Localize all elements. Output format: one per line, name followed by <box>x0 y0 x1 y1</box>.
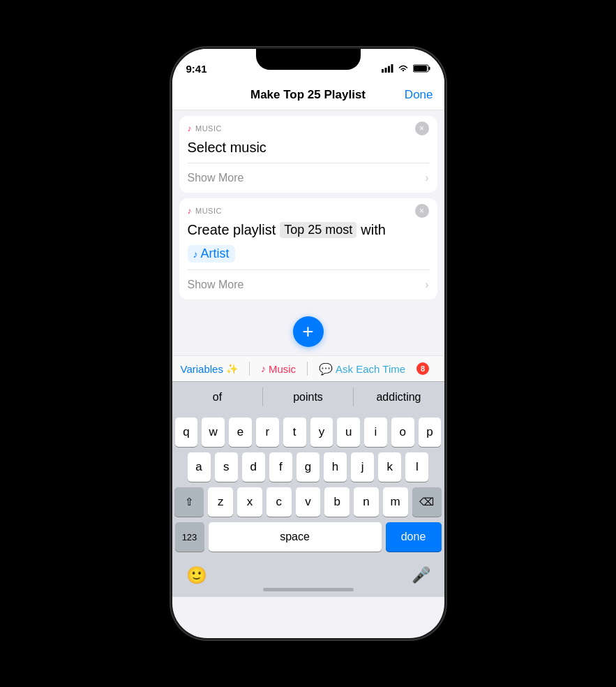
home-indicator-area <box>172 588 444 597</box>
card2-create-text: Create playlist <box>188 222 276 238</box>
token-divider-2 <box>307 362 308 376</box>
signal-icon <box>382 64 393 73</box>
music-token[interactable]: ♪ Music <box>261 363 296 375</box>
home-bar <box>263 588 354 591</box>
key-c[interactable]: c <box>266 487 292 517</box>
music-label: Music <box>269 363 296 375</box>
key-w[interactable]: w <box>202 418 225 447</box>
card2-header: ♪ MUSIC × <box>179 198 437 221</box>
card1-chevron-icon: › <box>425 172 428 184</box>
card2-variable-row: ♪ Artist <box>179 245 437 269</box>
key-e[interactable]: e <box>229 418 252 447</box>
key-s[interactable]: s <box>215 452 238 482</box>
key-x[interactable]: x <box>237 487 262 517</box>
bottom-bar: 🙂 🎤 <box>172 560 444 588</box>
card2-category: ♪ MUSIC <box>188 206 222 216</box>
svg-rect-3 <box>391 64 393 73</box>
space-key[interactable]: space <box>209 522 382 552</box>
key-g[interactable]: g <box>296 452 320 482</box>
svg-rect-5 <box>428 67 430 71</box>
keyboard-done-button[interactable]: done <box>386 522 442 552</box>
autocomplete-points-text: points <box>293 391 323 404</box>
shift-key[interactable]: ⇧ <box>174 487 204 517</box>
add-button-container: + <box>172 305 444 355</box>
autocomplete-of-text: of <box>213 391 222 404</box>
content-area: ♪ MUSIC × Select music Show More › ♪ <box>172 110 444 381</box>
variables-token[interactable]: Variables ✨ <box>181 363 238 375</box>
card2-artist-label: Artist <box>201 246 230 261</box>
key-p[interactable]: p <box>419 418 442 447</box>
ask-each-time-token[interactable]: 💬 Ask Each Time <box>319 362 405 376</box>
key-o[interactable]: o <box>391 418 414 447</box>
card1-body: Select music <box>179 138 437 163</box>
keyboard-row-4: 123 space done <box>175 522 442 552</box>
action-card-1: ♪ MUSIC × Select music Show More › <box>179 116 437 193</box>
emoji-button[interactable]: 🙂 <box>186 566 207 585</box>
card2-music-note-icon: ♪ <box>188 206 193 216</box>
key-r[interactable]: r <box>256 418 279 447</box>
nav-title: Make Top 25 Playlist <box>250 88 366 102</box>
card1-category: ♪ MUSIC <box>188 124 222 133</box>
card2-chevron-icon: › <box>425 279 428 291</box>
token-bar: Variables ✨ ♪ Music 💬 Ask Each Time 8 <box>172 355 444 381</box>
chat-icon: 💬 <box>319 362 333 376</box>
card2-close-button[interactable]: × <box>415 204 429 218</box>
key-t[interactable]: t <box>283 418 306 447</box>
autocomplete-addicting[interactable]: addicting <box>354 382 444 412</box>
key-n[interactable]: n <box>354 487 379 517</box>
done-button[interactable]: Done <box>405 88 433 102</box>
key-q[interactable]: q <box>175 418 198 447</box>
mic-button[interactable]: 🎤 <box>412 566 430 584</box>
key-h[interactable]: h <box>324 452 347 482</box>
key-y[interactable]: y <box>310 418 333 447</box>
svg-rect-1 <box>384 68 386 73</box>
key-b[interactable]: b <box>324 487 350 517</box>
key-u[interactable]: u <box>337 418 360 447</box>
card2-name-token[interactable]: Top 25 most <box>280 222 356 238</box>
magic-icon: ✨ <box>226 363 238 374</box>
keyboard-row-3: ⇧ z x c v b n m ⌫ <box>175 487 442 517</box>
variables-label: Variables <box>181 363 223 375</box>
svg-rect-2 <box>388 66 390 73</box>
key-i[interactable]: i <box>364 418 387 447</box>
token-badge: 8 <box>416 362 429 375</box>
autocomplete-addicting-text: addicting <box>376 391 421 404</box>
status-time: 9:41 <box>186 63 207 75</box>
autocomplete-of[interactable]: of <box>172 382 263 412</box>
key-l[interactable]: l <box>405 452 428 482</box>
card1-body-text: Select music <box>188 140 266 155</box>
card1-category-label: MUSIC <box>195 124 222 133</box>
key-j[interactable]: j <box>351 452 374 482</box>
keyboard: q w e r t y u i o p a s d f g h j k l ⇧ … <box>172 412 444 560</box>
card2-artist-pill[interactable]: ♪ Artist <box>188 245 235 263</box>
card2-show-more-button[interactable]: Show More › <box>179 270 437 300</box>
card1-show-more-button[interactable]: Show More › <box>179 163 437 193</box>
key-k[interactable]: k <box>378 452 401 482</box>
add-action-button[interactable]: + <box>293 316 324 347</box>
svg-rect-6 <box>414 66 427 71</box>
card1-close-button[interactable]: × <box>415 121 429 135</box>
key-v[interactable]: v <box>296 487 321 517</box>
card2-category-label: MUSIC <box>195 207 222 215</box>
key-d[interactable]: d <box>242 452 265 482</box>
keyboard-row-2: a s d f g h j k l <box>175 452 442 482</box>
autocomplete-bar: of points addicting <box>172 381 444 412</box>
notch <box>256 49 361 70</box>
svg-rect-0 <box>382 69 384 73</box>
card2-show-more-label: Show More <box>188 279 244 291</box>
card1-header: ♪ MUSIC × <box>179 116 437 138</box>
delete-key[interactable]: ⌫ <box>412 487 442 517</box>
key-z[interactable]: z <box>208 487 233 517</box>
card2-with-text: with <box>361 222 386 238</box>
battery-icon <box>413 64 430 73</box>
card1-music-note-icon: ♪ <box>188 124 193 133</box>
num-key[interactable]: 123 <box>175 522 204 552</box>
key-f[interactable]: f <box>269 452 292 482</box>
key-a[interactable]: a <box>188 452 211 482</box>
key-m[interactable]: m <box>383 487 408 517</box>
phone-frame: 9:41 Make Top 25 Playli <box>172 49 444 638</box>
ask-label: Ask Each Time <box>336 363 405 375</box>
card2-close-icon: × <box>419 206 424 216</box>
add-icon: + <box>302 320 313 343</box>
autocomplete-points[interactable]: points <box>263 382 354 412</box>
